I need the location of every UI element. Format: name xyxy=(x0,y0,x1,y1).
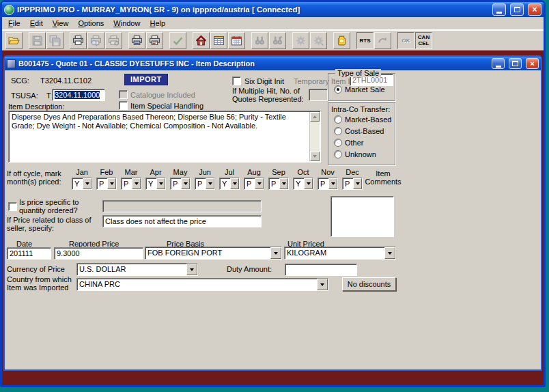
dropdown-arrow-icon[interactable] xyxy=(317,279,328,290)
unit-priced-select[interactable]: KILOGRAM xyxy=(284,247,396,260)
child-titlebar[interactable]: B001475 - Quote 01 - CLASSIC DYESTUFFS I… xyxy=(5,57,541,70)
market-based-radio[interactable] xyxy=(334,115,342,124)
catalogue-included-label: Catalogue Included xyxy=(130,91,195,99)
child-close-button[interactable]: × xyxy=(526,58,539,69)
month-select-dec[interactable]: P xyxy=(342,178,363,190)
multiple-hit-label: If Multiple Hit, No. of Quotes Represent… xyxy=(232,87,304,103)
price-specific-checkbox[interactable] xyxy=(8,202,17,211)
item-description-textarea[interactable]: Disperse Dyes And Preparations Based The… xyxy=(8,111,321,163)
menu-window[interactable]: Window xyxy=(109,18,145,29)
month-select-feb[interactable]: P xyxy=(96,178,117,190)
open-folder-button[interactable] xyxy=(5,32,23,49)
scg-label: SCG: xyxy=(11,76,29,85)
dropdown-arrow-icon[interactable] xyxy=(230,178,239,189)
print-quote-button[interactable] xyxy=(128,32,145,49)
tsusa-prefix: T xyxy=(46,92,51,100)
dropdown-arrow-icon[interactable] xyxy=(328,178,337,189)
date-input[interactable]: 201111 xyxy=(7,247,51,260)
close-button[interactable]: × xyxy=(528,3,541,16)
market-sale-radio[interactable] xyxy=(334,85,342,94)
month-select-sep[interactable]: P xyxy=(268,178,289,190)
dropdown-arrow-icon[interactable] xyxy=(83,178,92,189)
month-value-dec: P xyxy=(343,178,353,189)
month-select-may[interactable]: P xyxy=(170,178,191,190)
menu-options[interactable]: Options xyxy=(73,18,109,29)
dropdown-arrow-icon[interactable] xyxy=(304,178,313,189)
tsusa-input[interactable]: 3204.11.1000 xyxy=(52,89,105,101)
month-value-apr: Y xyxy=(146,178,156,189)
currency-label: Currency of Price xyxy=(7,265,65,273)
no-discounts-button[interactable]: No discounts xyxy=(342,277,396,291)
price-basis-select[interactable]: FOB FOREIGN PORT xyxy=(145,247,282,260)
month-value-mar: P xyxy=(122,178,132,189)
unknown-radio[interactable] xyxy=(334,150,342,158)
country-select[interactable]: CHINA PRC xyxy=(76,278,328,291)
calendar-button[interactable] xyxy=(228,32,245,49)
dropdown-arrow-icon[interactable] xyxy=(206,178,214,189)
month-label-apr: Apr xyxy=(145,169,166,176)
class-of-seller-input[interactable]: Class does not affect the price xyxy=(102,215,262,227)
toolbar-separator xyxy=(64,32,70,49)
dropdown-arrow-icon[interactable] xyxy=(353,178,362,189)
month-select-nov[interactable]: P xyxy=(318,178,338,190)
month-select-apr[interactable]: Y xyxy=(145,178,166,190)
off-cycle-label: If off cycle, mark month(s) priced: xyxy=(7,170,61,186)
dropdown-arrow-icon[interactable] xyxy=(156,178,165,189)
home-button[interactable] xyxy=(193,32,210,49)
item-comments-label: Item Comments xyxy=(363,170,404,186)
menu-help[interactable]: Help xyxy=(145,18,170,29)
scroll-down-button[interactable] xyxy=(310,152,320,161)
description-scrollbar[interactable] xyxy=(309,112,320,161)
print-button[interactable] xyxy=(70,32,87,49)
cost-based-radio[interactable] xyxy=(334,127,342,135)
month-label-nov: Nov xyxy=(318,169,338,176)
close-icon: × xyxy=(530,60,534,68)
month-select-jan[interactable]: Y xyxy=(72,178,92,190)
quotes-represented-field xyxy=(309,89,328,101)
print-report-button[interactable] xyxy=(146,32,163,49)
reported-price-input[interactable]: 9.3000 xyxy=(54,247,143,260)
item-special-handling-checkbox[interactable] xyxy=(119,101,128,110)
duty-amount-input[interactable] xyxy=(285,264,357,276)
dropdown-arrow-icon[interactable] xyxy=(384,247,395,259)
cancel-button[interactable]: CAN CEL xyxy=(415,32,432,49)
month-value-feb: P xyxy=(97,178,107,189)
maximize-icon xyxy=(514,7,520,12)
tools-button xyxy=(310,32,327,49)
child-maximize-button[interactable] xyxy=(509,58,522,69)
child-minimize-button[interactable] xyxy=(492,58,505,69)
month-value-jan: Y xyxy=(72,178,83,189)
minimize-button[interactable] xyxy=(492,3,506,16)
menu-edit[interactable]: Edit xyxy=(25,18,48,29)
dropdown-arrow-icon[interactable] xyxy=(181,178,190,189)
intra-co-title: Intra-Co Transfer: xyxy=(331,105,390,113)
month-value-jul: Y xyxy=(220,178,230,189)
dropdown-arrow-icon[interactable] xyxy=(279,178,288,189)
dropdown-arrow-icon[interactable] xyxy=(255,178,264,189)
month-select-mar[interactable]: P xyxy=(121,178,141,190)
other-radio[interactable] xyxy=(334,139,342,147)
month-select-jul[interactable]: Y xyxy=(219,178,240,190)
scroll-up-button[interactable] xyxy=(310,112,320,122)
six-digit-init-checkbox[interactable] xyxy=(232,76,241,85)
menu-file[interactable]: File xyxy=(3,18,25,29)
cost-based-label: Cost-Based xyxy=(345,127,384,135)
toolbar: RTSOKCAN CEL xyxy=(2,30,544,51)
award-button[interactable] xyxy=(333,32,350,49)
month-select-aug[interactable]: P xyxy=(244,178,264,190)
dropdown-arrow-icon[interactable] xyxy=(107,178,116,189)
month-select-oct[interactable]: Y xyxy=(293,178,313,190)
dropdown-arrow-icon[interactable] xyxy=(132,178,141,189)
schedule-table-button[interactable] xyxy=(210,32,227,49)
menu-view[interactable]: View xyxy=(48,18,74,29)
item-comments-box[interactable] xyxy=(330,196,394,237)
month-select-jun[interactable]: P xyxy=(195,178,215,190)
currency-select[interactable]: U.S. DOLLAR xyxy=(76,263,198,276)
rts-button[interactable]: RTS xyxy=(356,32,374,49)
dropdown-arrow-icon[interactable] xyxy=(270,247,281,259)
print-preview-button xyxy=(87,32,104,49)
maximize-button[interactable] xyxy=(510,3,524,16)
month-label-jul: Jul xyxy=(219,169,240,176)
main-titlebar[interactable]: IPPPRIMO PRO - MURRAY_MYRON( SR - 9) on … xyxy=(2,2,544,17)
dropdown-arrow-icon[interactable] xyxy=(186,264,197,275)
